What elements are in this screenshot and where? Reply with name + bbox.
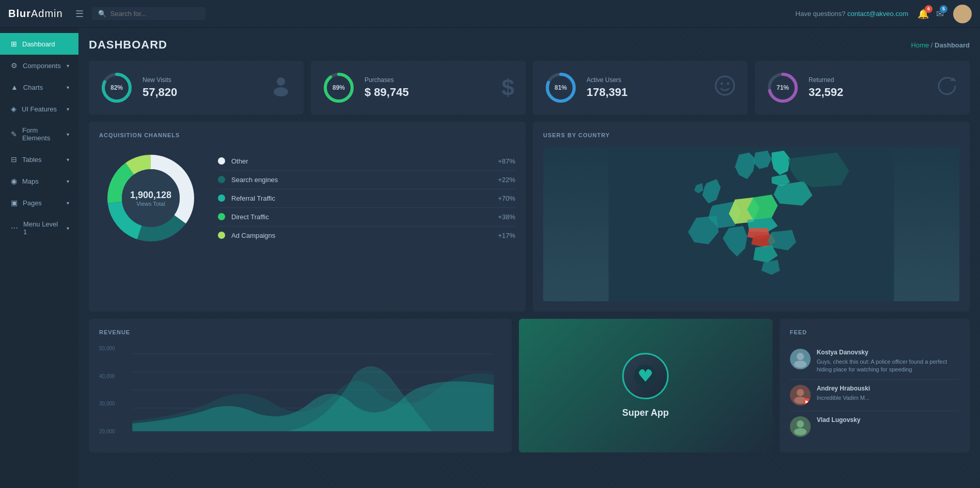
charts-arrow: ▾: [67, 85, 69, 90]
sidebar-item-maps[interactable]: ◉ Maps ▾: [0, 170, 78, 192]
menu-level-icon: ⋯: [11, 224, 18, 232]
svg-point-12: [727, 82, 730, 85]
sidebar-label-pages: Pages: [23, 199, 61, 207]
feed-content-2: Vlad Lugovsky: [817, 416, 959, 437]
hamburger-icon[interactable]: ☰: [75, 8, 84, 20]
superapp-card: Super App: [519, 319, 772, 452]
users-by-country-card: USERS BY COUNTRY: [533, 122, 970, 312]
feed-text-1: Incredible Vadim M...: [817, 394, 959, 402]
breadcrumb-home[interactable]: Home: [911, 41, 929, 49]
person-icon: [270, 74, 292, 102]
feed-content-1: Andrey Hrabouski Incredible Vadim M...: [817, 385, 959, 405]
maps-icon: ◉: [11, 177, 17, 185]
feed-content-0: Kostya Danovsky Guys, check this out: A …: [817, 349, 959, 374]
topnav: BlurAdmin ☰ 🔍 Have questions? contact@ak…: [0, 0, 980, 28]
acquisition-legend: Other +87% Search engines +22% Referral …: [218, 152, 515, 245]
stat-pct-returned: 71%: [777, 84, 789, 91]
refresh-icon: [936, 74, 958, 102]
middle-row: ACQUISITION CHANNELS: [89, 122, 970, 312]
svg-point-31: [797, 389, 804, 396]
feed-item-2: Vlad Lugovsky: [790, 411, 959, 442]
sidebar-label-menu-level: Menu Level 1: [23, 220, 61, 236]
svg-point-4: [277, 77, 285, 86]
stat-pct-active-users: 81%: [555, 84, 567, 91]
superapp-icon-wrap: [622, 353, 669, 399]
stat-pct-purchases: 89%: [333, 84, 345, 91]
stat-value-new-visits: 57,820: [143, 86, 260, 99]
stat-label-active-users: Active Users: [587, 76, 704, 84]
revenue-card: REVENUE 50,000 40,000 30,000 20,000: [89, 319, 512, 452]
stat-card-active-users: 81% Active Users 178,391: [533, 61, 748, 115]
donut-num: 1,900,128: [130, 190, 171, 201]
topnav-question: Have questions? contact@akveo.com: [796, 10, 908, 18]
contact-link[interactable]: contact@akveo.com: [847, 10, 908, 18]
dashboard-icon: ⊞: [11, 40, 17, 48]
feed-name-2: Vlad Lugovsky: [817, 416, 959, 424]
legend-item-other: Other +87%: [218, 152, 515, 171]
sidebar-label-dashboard: Dashboard: [22, 40, 69, 48]
bell-icon-wrap[interactable]: 🔔 6: [918, 8, 929, 20]
y-label-40k: 40,000: [99, 373, 115, 379]
map-visualization: [543, 147, 959, 301]
bell-badge: 6: [925, 5, 932, 13]
acquisition-title: ACQUISITION CHANNELS: [99, 132, 515, 138]
svg-point-1: [956, 15, 969, 23]
sidebar-item-menu-level[interactable]: ⋯ Menu Level 1 ▾: [0, 214, 78, 242]
sidebar-label-components: Components: [23, 62, 61, 70]
feed-avatar-0: [790, 349, 811, 369]
stat-card-new-visits: 82% New Visits 57,820: [89, 61, 304, 115]
search-bar[interactable]: 🔍: [92, 7, 206, 20]
sidebar-item-dashboard[interactable]: ⊞ Dashboard: [0, 33, 78, 55]
y-label-50k: 50,000: [99, 346, 115, 351]
svg-point-28: [797, 353, 804, 360]
dollar-icon: $: [502, 75, 514, 101]
svg-point-10: [716, 76, 734, 95]
search-icon: 🔍: [98, 10, 106, 18]
stat-ring-purchases: 89%: [322, 71, 355, 104]
sidebar-item-tables[interactable]: ⊟ Tables ▾: [0, 149, 78, 170]
superapp-label: Super App: [622, 408, 669, 418]
stat-info-active-users: Active Users 178,391: [587, 76, 704, 99]
sidebar-item-pages[interactable]: ▣ Pages ▾: [0, 192, 78, 214]
sidebar-item-charts[interactable]: ▲ Charts ▾: [0, 76, 78, 98]
ui-features-icon: ◈: [11, 105, 17, 113]
main-content: DASHBOARD Home / Dashboard 82% New: [78, 28, 980, 488]
svg-point-0: [959, 8, 966, 15]
stat-cards-row: 82% New Visits 57,820 89%: [89, 61, 970, 115]
topnav-icons: 🔔 6 ✉ 5: [918, 8, 944, 20]
sidebar-label-maps: Maps: [22, 177, 61, 185]
legend-item-referral: Referral Traffic +70%: [218, 189, 515, 208]
sidebar-label-tables: Tables: [22, 156, 61, 164]
feed-name-0: Kostya Danovsky: [817, 349, 959, 356]
y-label-20k: 20,000: [99, 429, 115, 434]
sidebar-item-form-elements[interactable]: ✎ Form Elements ▾: [0, 120, 78, 149]
feed-title: FEED: [790, 329, 959, 335]
sidebar-label-ui-features: UI Features: [22, 105, 61, 113]
search-input[interactable]: [110, 10, 193, 18]
svg-point-34: [797, 420, 804, 428]
brand-logo[interactable]: BlurAdmin: [8, 8, 63, 20]
stat-pct-new-visits: 82%: [110, 84, 123, 91]
revenue-title: REVENUE: [99, 329, 501, 335]
topnav-right: Have questions? contact@akveo.com 🔔 6 ✉ …: [796, 5, 972, 23]
maps-arrow: ▾: [67, 178, 69, 184]
sidebar-item-components[interactable]: ⚙ Components ▾: [0, 55, 78, 76]
svg-point-29: [794, 361, 807, 368]
stat-info-new-visits: New Visits 57,820: [143, 76, 260, 99]
stat-ring-returned: 71%: [766, 71, 799, 104]
mail-badge: 5: [940, 5, 947, 13]
sidebar-item-ui-features[interactable]: ◈ UI Features ▾: [0, 98, 78, 120]
svg-point-11: [721, 82, 723, 85]
feed-item-0: Kostya Danovsky Guys, check this out: A …: [790, 344, 959, 380]
menu-level-arrow: ▾: [67, 225, 69, 231]
pages-icon: ▣: [11, 199, 18, 207]
user-avatar[interactable]: [953, 5, 972, 23]
donut-center: 1,900,128 Views Total: [130, 190, 171, 207]
smiley-icon: [714, 74, 736, 102]
feed-card: FEED Kostya Danovsky Guys, check this ou…: [780, 319, 970, 452]
mail-icon-wrap[interactable]: ✉ 5: [936, 8, 944, 20]
feed-text-0: Guys, check this out: A police officer f…: [817, 358, 959, 374]
page-title: DASHBOARD: [89, 38, 167, 52]
stat-card-returned: 71% Returned 32,592: [755, 61, 970, 115]
tables-arrow: ▾: [67, 157, 69, 162]
